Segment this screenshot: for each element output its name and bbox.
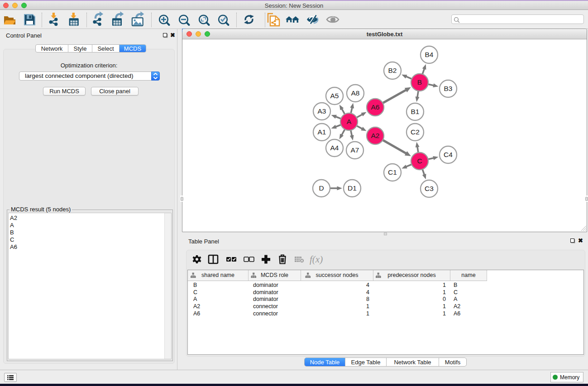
svg-text:A5: A5	[330, 92, 339, 100]
svg-text:A4: A4	[330, 144, 339, 152]
svg-text:B2: B2	[388, 67, 397, 74]
svg-text:C4: C4	[444, 151, 453, 158]
svg-text:D1: D1	[348, 184, 357, 192]
svg-text:C: C	[417, 157, 422, 165]
svg-text:B1: B1	[411, 108, 420, 115]
svg-text:f(x): f(x)	[310, 254, 323, 265]
svg-text:B: B	[417, 78, 422, 86]
svg-text:A6: A6	[371, 103, 380, 111]
svg-text:A: A	[347, 118, 352, 125]
svg-text:A1: A1	[318, 128, 326, 136]
svg-text:A3: A3	[318, 107, 326, 115]
svg-text:A8: A8	[351, 89, 360, 97]
svg-text:C3: C3	[425, 185, 434, 192]
svg-text:B4: B4	[425, 51, 434, 58]
svg-text:C1: C1	[388, 168, 397, 176]
svg-text:A2: A2	[371, 132, 380, 139]
svg-text:B3: B3	[444, 85, 453, 92]
svg-text:D: D	[319, 184, 324, 192]
svg-text:C2: C2	[411, 128, 420, 136]
svg-text:A7: A7	[351, 146, 359, 154]
